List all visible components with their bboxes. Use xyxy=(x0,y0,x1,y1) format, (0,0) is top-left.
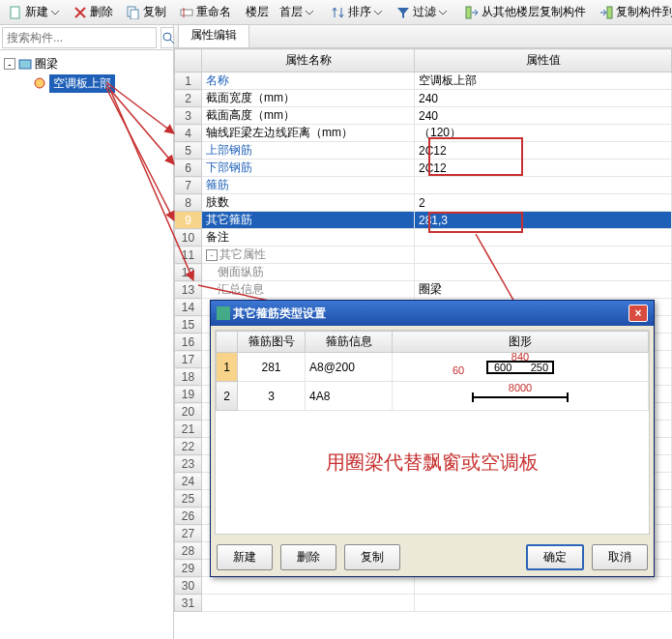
tab-property-edit[interactable]: 属性编辑 xyxy=(178,25,249,47)
copy-icon xyxy=(127,6,140,19)
property-row[interactable]: 30 xyxy=(175,577,672,595)
chevron-down-icon xyxy=(50,8,60,17)
floor-label: 楼层 xyxy=(242,4,273,20)
dlg-copy-button[interactable]: 复制 xyxy=(344,544,400,570)
component-tree: - 圈梁 空调板上部 xyxy=(0,50,173,639)
dialog-buttons: 新建 删除 复制 确定 取消 xyxy=(211,538,654,576)
property-row[interactable]: 9其它箍筋281,3 xyxy=(175,212,672,229)
new-icon xyxy=(9,6,22,19)
floor-select[interactable]: 首层 xyxy=(273,2,321,23)
property-row[interactable]: 31 xyxy=(175,595,672,612)
rename-icon xyxy=(180,6,193,19)
dlg-delete-button[interactable]: 删除 xyxy=(280,544,336,570)
property-row[interactable]: 12 侧面纵筋 xyxy=(175,264,672,281)
property-row[interactable]: 13 汇总信息圈梁 xyxy=(175,281,672,299)
dlg-new-button[interactable]: 新建 xyxy=(217,544,273,570)
rename-button[interactable]: 重命名 xyxy=(173,2,238,23)
sort-icon xyxy=(332,6,345,19)
svg-rect-0 xyxy=(11,7,19,18)
copy-to-icon xyxy=(599,6,613,19)
app-icon xyxy=(217,306,230,320)
chevron-down-icon xyxy=(438,8,448,17)
stirrup-row[interactable]: 1 281 A8@200 840 60 600 250 xyxy=(217,353,649,382)
property-row[interactable]: 11-其它属性 xyxy=(175,247,672,264)
collapse-icon[interactable]: - xyxy=(4,58,15,70)
property-row[interactable]: 4轴线距梁左边线距离（mm）（120） xyxy=(175,125,672,142)
copy-to-floor-button[interactable]: 复制构件到其他 xyxy=(593,2,672,23)
folder-icon xyxy=(18,57,32,71)
left-panel: - 圈梁 空调板上部 xyxy=(0,25,174,639)
svg-rect-5 xyxy=(466,7,471,18)
dlg-ok-button[interactable]: 确定 xyxy=(526,544,584,570)
search-input[interactable] xyxy=(2,27,157,48)
new-button[interactable]: 新建 xyxy=(2,2,67,23)
col-shape: 图形 xyxy=(393,332,649,353)
close-button[interactable]: × xyxy=(628,305,648,322)
svg-point-7 xyxy=(163,33,171,41)
tree-root[interactable]: - 圈梁 xyxy=(4,54,169,73)
property-row[interactable]: 6下部钢筋2C12 xyxy=(175,160,672,177)
dlg-cancel-button[interactable]: 取消 xyxy=(592,544,648,570)
tree-child[interactable]: 空调板上部 xyxy=(4,73,169,93)
dialog-titlebar[interactable]: 其它箍筋类型设置 × xyxy=(211,301,654,326)
filter-icon xyxy=(396,6,410,19)
svg-rect-6 xyxy=(607,7,612,18)
delete-button[interactable]: 删除 xyxy=(67,2,120,23)
search-icon xyxy=(161,31,175,44)
col-rownum xyxy=(175,49,202,73)
property-row[interactable]: 2截面宽度（mm）240 xyxy=(175,90,672,107)
col-name: 属性名称 xyxy=(202,49,415,73)
sort-button[interactable]: 排序 xyxy=(325,2,390,23)
annotation-note: 用圈梁代替飘窗或空调板 xyxy=(216,411,649,534)
svg-rect-9 xyxy=(19,60,31,69)
copy-button[interactable]: 复制 xyxy=(120,2,173,23)
property-row[interactable]: 8肢数2 xyxy=(175,194,672,212)
property-row[interactable]: 7箍筋 xyxy=(175,177,672,194)
col-stirrup-num: 箍筋图号 xyxy=(238,332,306,353)
svg-rect-17 xyxy=(217,306,230,320)
shape-preview: 840 60 600 250 xyxy=(393,353,649,382)
svg-rect-2 xyxy=(131,10,138,19)
main-toolbar: 新建 删除 复制 重命名 楼层 首层 排序 过滤 从其他楼层复制构件 复制构件到… xyxy=(0,0,672,25)
property-row[interactable]: 10备注 xyxy=(175,229,672,247)
copy-from-floor-button[interactable]: 从其他楼层复制构件 xyxy=(458,2,593,23)
svg-rect-3 xyxy=(181,10,192,15)
chevron-down-icon xyxy=(305,8,314,17)
svg-point-10 xyxy=(35,78,44,88)
property-row[interactable]: 3截面高度（mm）240 xyxy=(175,107,672,125)
filter-button[interactable]: 过滤 xyxy=(390,2,454,23)
stirrup-row[interactable]: 2 3 4A8 8000 xyxy=(217,382,649,411)
property-row[interactable]: 1名称空调板上部 xyxy=(175,73,672,90)
col-stirrup-info: 箍筋信息 xyxy=(306,332,393,353)
col-value: 属性值 xyxy=(415,49,672,73)
other-stirrup-dialog: 其它箍筋类型设置 × 箍筋图号 箍筋信息 图形 1 281 A8@200 840… xyxy=(210,300,655,577)
shape-preview: 8000 xyxy=(393,382,649,411)
delete-icon xyxy=(73,6,87,19)
dialog-grid: 箍筋图号 箍筋信息 图形 1 281 A8@200 840 60 600 250 xyxy=(215,330,650,535)
dialog-title: 其它箍筋类型设置 xyxy=(233,305,326,322)
property-row[interactable]: 5上部钢筋2C12 xyxy=(175,142,672,160)
copy-from-icon xyxy=(465,6,479,19)
chevron-down-icon xyxy=(373,8,383,17)
item-icon xyxy=(33,76,46,90)
